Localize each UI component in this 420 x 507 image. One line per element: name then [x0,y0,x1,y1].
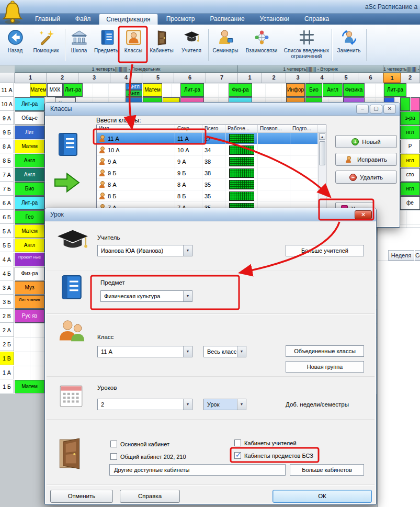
timetable-cell[interactable]: нгл [400,182,420,196]
checkbox-icon[interactable] [110,453,117,460]
timetable-row-label[interactable]: 3 Б [0,295,14,309]
more-teachers-button[interactable]: Больше учителей [286,245,364,256]
toolbar-button-relations[interactable]: Взаимосвязи [242,27,281,53]
timetable-cell[interactable]: Био [15,182,44,196]
timetable-row-label[interactable]: 10 А [0,97,14,111]
toolbar-button-seminars[interactable]: Семинары [210,27,241,53]
timetable-row-label[interactable]: 7 А [0,168,14,182]
timetable-row-label[interactable]: 8 А [0,140,14,153]
timetable-row-label[interactable]: 4 Б [0,267,14,280]
timetable-cell[interactable]: МХК [47,83,63,97]
menu-item-prosmotr[interactable]: Просмотр [160,14,202,25]
timetable-cell[interactable]: Англ [15,154,44,167]
chevron-down-icon[interactable]: ▼ [237,346,246,357]
new-class-button[interactable]: + Новый [335,135,397,148]
weeks-semesters-label[interactable]: Доб. недели/семестры [286,401,349,408]
timetable-cell[interactable]: Матем [15,380,44,393]
timetable-row-label[interactable]: 2 А [0,323,14,337]
timetable-cell[interactable]: Гео [15,210,44,224]
menu-item-spravka[interactable]: Справка [298,14,336,25]
menu-item-fail[interactable]: Файл [69,14,98,25]
checkbox-icon[interactable] [110,441,117,447]
column-header-worktime[interactable]: Рабоче... [225,125,258,132]
chevron-down-icon[interactable]: ▼ [183,399,192,410]
toolbar-button-classes[interactable]: Классы [122,27,145,53]
timetable-cell[interactable]: Лит-ра [15,196,44,210]
timetable-cell[interactable]: фе [400,196,420,210]
green-arrow-icon[interactable] [52,171,82,195]
timetable-row-label[interactable]: 8 Б [0,154,14,167]
menu-item-ustanovki[interactable]: Установки [253,14,296,25]
timetable-cell[interactable]: нгл [400,126,420,139]
toolbar-button-school[interactable]: Школа [67,27,91,53]
toolbar-button-teachers[interactable]: Учителя [178,27,205,53]
subject-select[interactable]: Физическая культура ▼ [100,290,192,302]
timetable-row-label[interactable]: 6 А [0,196,14,210]
classes-dialog-titlebar[interactable]: Классы – ▢ ✕ [45,103,400,116]
class-select[interactable]: 11 А ▼ [97,346,192,357]
timetable-cell[interactable]: Англ [15,168,44,182]
timetable-cell[interactable]: Проект ные [15,253,44,266]
timetable-row-label[interactable]: 11 А [0,83,14,97]
column-header-abbr[interactable]: Сокр. [175,125,202,132]
column-header-total[interactable]: Всего [202,125,225,132]
timetable-cell[interactable]: Физ-ра [15,267,44,280]
timetable-cell[interactable]: Лит [15,126,44,139]
lesson-dialog-titlebar[interactable]: Урок ✕ [45,208,376,221]
teachers-rooms-checkbox[interactable]: Кабинеты учителей [234,440,297,446]
classes-book-icon[interactable] [53,132,82,157]
lesson-duration-select[interactable]: Урок ▼ [203,399,246,410]
timetable-cell[interactable]: Матем [30,83,47,97]
toolbar-button-wizard[interactable]: Помощник [29,27,63,53]
class-scope-select[interactable]: Весь класс ▼ [203,346,246,357]
close-icon[interactable]: ✕ [355,210,372,219]
ok-button[interactable]: ОК [273,490,372,503]
timetable-cell[interactable]: Р [400,140,420,153]
timetable-cell[interactable]: Общ-е [15,111,44,125]
column-header-name[interactable]: Имя [97,125,175,132]
maximize-icon[interactable]: ▢ [370,105,382,114]
timetable-cell[interactable]: Лит-ра [384,83,406,97]
timetable-cell[interactable]: Лит-ра [63,83,83,97]
scroll-up-icon[interactable]: ▲ [319,133,325,140]
timetable-cell[interactable]: Матем [143,83,162,97]
shared-room-checkbox[interactable]: Общий кабинет 202, 210 [110,453,186,460]
delete-class-button[interactable]: – Удалить [335,171,397,184]
timetable-row-label[interactable]: 5 А [0,224,14,238]
toolbar-button-back[interactable]: Назад [3,27,27,53]
checkbox-icon[interactable] [234,440,241,446]
timetable-cell[interactable]: Англ [15,239,44,252]
timetable-cell[interactable]: Англ [126,90,142,97]
edit-class-button[interactable]: Исправить [335,153,397,166]
timetable-cell[interactable]: Инфор [286,83,305,97]
teacher-select[interactable]: Иванова ЮА (Иванова) ▼ [97,245,192,256]
scrollbar-thumb[interactable] [319,141,325,165]
help-button[interactable]: Справка [120,490,180,503]
chevron-down-icon[interactable]: ▼ [183,346,192,357]
timetable-row-label[interactable]: 5 Б [0,239,14,252]
timetable-cell[interactable]: Англ [323,83,343,97]
toolbar-button-replace[interactable]: Заменить [334,27,364,53]
timetable-cell[interactable]: Био [305,83,322,97]
new-group-button[interactable]: Новая группа [286,361,364,373]
joined-classes-button[interactable]: Объединенные классы [286,345,364,357]
timetable-row-label[interactable]: 2 Б [0,337,14,351]
week-column-header[interactable]: Неделя [388,250,414,261]
timetable-cell[interactable]: Матем [15,140,44,153]
chevron-down-icon[interactable]: ▼ [183,245,192,256]
more-rooms-button[interactable]: Больше кабинетов [290,464,364,476]
timetable-row-label[interactable]: 3 А [0,281,14,295]
timetable-cell[interactable]: з-ра [400,111,420,125]
menu-item-raspisanie[interactable]: Расписание [203,14,251,25]
timetable-row-label[interactable]: 7 Б [0,182,14,196]
classes-table-row[interactable]: 8 А8 А35 [97,179,326,190]
classes-table-row[interactable]: 10 А10 А34 [97,144,326,156]
chevron-down-icon[interactable]: ▼ [183,291,192,301]
window-titlebar[interactable]: aSc Расписание а [0,0,420,14]
menu-item-specifikacia[interactable]: Спецификация [99,14,157,25]
timetable-cell[interactable]: Лит-ра [180,83,204,97]
home-room-checkbox[interactable]: Основной кабинет [110,441,169,447]
semester-column-header[interactable]: Се [415,250,420,261]
timetable-row-label[interactable]: 9 Б [0,126,14,139]
classes-table-row[interactable]: 9 Б9 Б38 [97,167,326,179]
